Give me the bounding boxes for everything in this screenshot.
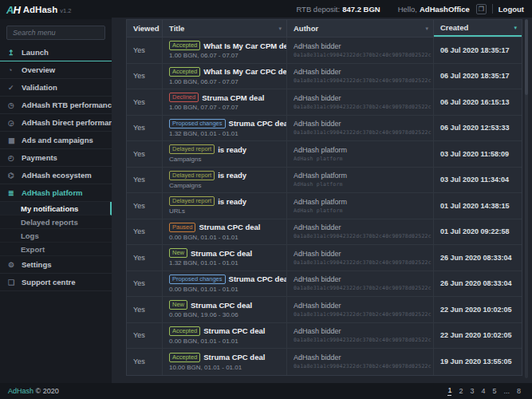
- table-row[interactable]: YesAcceptedStruma CPC deal10.00 BGN, 01.…: [127, 349, 522, 375]
- table-row[interactable]: YesNewStruma CPC deal0.00 BGN, 19.06 - 3…: [127, 297, 522, 323]
- title-cell: Delayed reportis readyCampaigns: [163, 141, 287, 167]
- sidebar-item-settings[interactable]: ⚙Settings: [0, 256, 112, 274]
- sidebar-item-label: Ads and campaigns: [22, 136, 93, 144]
- author-cell: AdHash bidder0a1a8e31a1c99042322dc370b2c…: [287, 89, 434, 115]
- table-row[interactable]: YesDeclinedStruma CPM deal1.00 BGN, 07.0…: [127, 89, 522, 116]
- sidebar-item-adhash-platform[interactable]: ≣AdHash platform: [0, 184, 112, 202]
- row-subtitle: 0.00 BGN, 01.01 - 01.01: [169, 286, 280, 293]
- overview-icon: ◔: [8, 66, 18, 74]
- table-row[interactable]: YesPausedStruma CPC deal0.00 BGN, 01.01 …: [127, 219, 522, 246]
- row-title: Struma CPC deal: [203, 353, 265, 361]
- table-row[interactable]: YesProposed changesStruma CPC deal1.32 B…: [127, 116, 522, 142]
- sidebar-subitem-my-notifications[interactable]: My notifications: [0, 202, 112, 215]
- viewed-cell: Yes: [127, 297, 163, 322]
- table-row[interactable]: YesDelayed reportis readyURLsAdHash plat…: [127, 193, 522, 219]
- row-subtitle: 0.00 BGN, 19.06 - 30.06: [169, 311, 280, 318]
- sidebar-item-label: Payments: [22, 153, 57, 162]
- viewed-cell: Yes: [127, 271, 163, 297]
- page-button-1[interactable]: 1: [447, 386, 451, 396]
- row-title: What Is My Car CPM deal: [203, 41, 287, 50]
- ecosystem-icon: ⌬: [8, 172, 18, 180]
- column-header-title[interactable]: Title▾: [163, 20, 287, 37]
- table-body: YesAcceptedWhat Is My Car CPM deal1.00 B…: [127, 38, 522, 375]
- row-title: What Is My Car CPC deal: [203, 67, 287, 76]
- author-name: AdHash platform: [294, 146, 427, 154]
- main-area: RTB deposit: 847.2 BGN Hello, AdHashOffi…: [112, 0, 532, 399]
- search-input[interactable]: [6, 26, 105, 40]
- logo-mark-icon: AH: [6, 4, 20, 16]
- viewed-cell: Yes: [127, 64, 163, 89]
- page-button-5[interactable]: 5: [492, 387, 496, 396]
- sidebar-item-adhash-direct-performance[interactable]: ◶AdHash Direct performance: [0, 114, 112, 132]
- sidebar-subitem-export[interactable]: Export: [0, 243, 112, 256]
- column-header-author[interactable]: Author▾: [287, 20, 434, 37]
- created-cell: 01 Jul 2020 09:22:58: [434, 219, 522, 245]
- column-label: Viewed: [133, 24, 160, 33]
- sidebar-item-overview[interactable]: ◔Overview: [0, 61, 112, 79]
- row-title: is ready: [218, 171, 246, 180]
- status-badge: Delayed report: [169, 171, 215, 180]
- status-badge: Accepted: [169, 41, 200, 50]
- author-hash: 0a1a8e31a1c99042322dc370b2c40c90978d0252…: [294, 363, 427, 369]
- row-title: is ready: [218, 197, 246, 206]
- table-row[interactable]: YesProposed changesStruma CPC deal0.00 B…: [127, 271, 522, 298]
- notifications-table: Viewed▾Title▾Author▾Created▾ YesAccepted…: [126, 19, 522, 376]
- profile-icon[interactable]: ❐: [476, 4, 487, 14]
- sidebar-item-label: AdHash RTB performance: [22, 101, 112, 109]
- table-row[interactable]: YesDelayed reportis readyCampaignsAdHash…: [127, 168, 522, 194]
- author-name: AdHash bidder: [294, 68, 427, 76]
- author-name: AdHash platform: [294, 198, 427, 206]
- created-cell: 01 Jul 2020 14:38:15: [434, 193, 522, 219]
- app-name: AdHash: [23, 5, 57, 14]
- sidebar-subitem-delayed-reports[interactable]: Delayed reports: [0, 215, 112, 229]
- viewed-cell: Yes: [127, 38, 163, 63]
- viewed-cell: Yes: [127, 323, 163, 349]
- table-row[interactable]: YesAcceptedStruma CPC deal0.00 BGN, 01.0…: [127, 323, 522, 350]
- pagination: 12345...8: [447, 386, 521, 396]
- author-cell: AdHash bidder0a1a8e31a1c99042322dc370b2c…: [287, 297, 434, 322]
- created-cell: 06 Jul 2020 16:15:13: [434, 89, 522, 115]
- page-button-2[interactable]: 2: [459, 387, 463, 396]
- username: AdHashOffice: [420, 5, 470, 14]
- author-hash: AdHash platform: [294, 181, 427, 188]
- author-name: AdHash platform: [294, 172, 427, 180]
- status-badge: Paused: [169, 223, 195, 232]
- validation-icon: ✓: [8, 84, 18, 92]
- status-badge: Declined: [169, 93, 199, 102]
- vertical-scrollbar[interactable]: [525, 19, 528, 378]
- footer: AdHash © 2020: [8, 387, 59, 395]
- sidebar-item-label: Overview: [22, 65, 55, 74]
- sidebar-item-launch[interactable]: ↥Launch: [0, 44, 112, 61]
- rtb-deposit-value: 847.2 BGN: [342, 5, 380, 14]
- sidebar: AH AdHash v1.2 ↥Launch◔Overview✓Validati…: [0, 0, 112, 399]
- sidebar-item-ads-and-campaigns[interactable]: ▦Ads and campaigns: [0, 132, 112, 149]
- table-row[interactable]: YesDelayed reportis readyCampaignsAdHash…: [127, 141, 522, 168]
- title-cell: PausedStruma CPC deal0.00 BGN, 01.01 - 0…: [163, 219, 287, 245]
- logout-button[interactable]: Logout: [499, 5, 524, 14]
- sidebar-item-adhash-ecosystem[interactable]: ⌬AdHash ecosystem: [0, 167, 112, 184]
- sidebar-item-adhash-rtb-performance[interactable]: ◷AdHash RTB performance: [0, 97, 112, 114]
- topbar-divider: [492, 4, 493, 14]
- status-badge: Accepted: [169, 326, 200, 336]
- page-button-8[interactable]: 8: [517, 387, 521, 396]
- page-button-3[interactable]: 3: [470, 387, 474, 396]
- table-row[interactable]: YesAcceptedWhat Is My Car CPM deal1.00 B…: [127, 38, 522, 64]
- column-header-created[interactable]: Created▾: [434, 20, 522, 37]
- sidebar-item-validation[interactable]: ✓Validation: [0, 79, 112, 97]
- scrollbar-thumb[interactable]: [525, 19, 528, 95]
- author-cell: AdHash platformAdHash platform: [287, 141, 434, 167]
- sidebar-item-label: AdHash Direct performance: [22, 118, 112, 127]
- table-row[interactable]: YesNewStruma CPC deal1.32 BGN, 01.01 - 0…: [127, 245, 522, 271]
- viewed-cell: Yes: [127, 116, 163, 141]
- sidebar-item-label: Validation: [22, 83, 57, 92]
- status-badge: Accepted: [169, 67, 200, 77]
- page-button-4[interactable]: 4: [481, 387, 485, 396]
- sidebar-item-payments[interactable]: ◴Payments: [0, 149, 112, 167]
- column-header-viewed[interactable]: Viewed▾: [127, 20, 163, 37]
- footer-brand-link[interactable]: AdHash: [8, 387, 33, 395]
- sidebar-item-support-centre[interactable]: ❑Support centre: [0, 274, 112, 291]
- table-row[interactable]: YesAcceptedWhat Is My Car CPC deal1.00 B…: [127, 64, 522, 90]
- created-cell: 19 Jun 2020 13:55:05: [434, 349, 522, 375]
- status-badge: Accepted: [169, 353, 200, 362]
- sidebar-subitem-logs[interactable]: Logs: [0, 229, 112, 243]
